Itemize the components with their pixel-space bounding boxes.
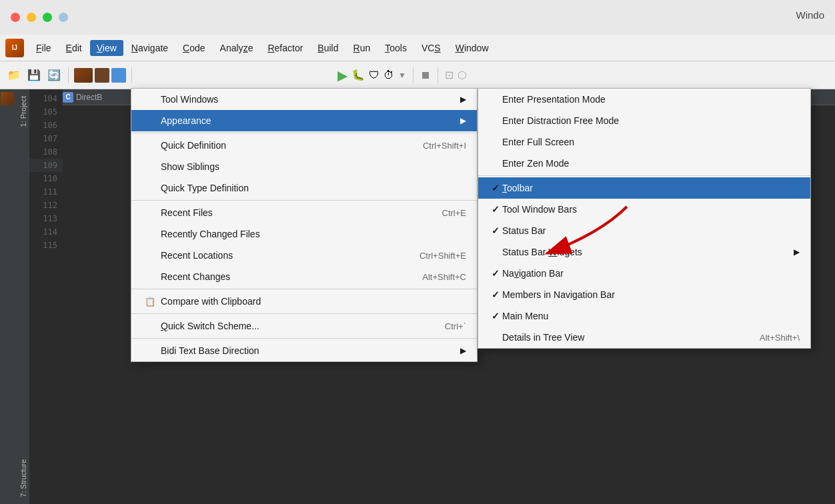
open-folder-icon[interactable]: 📁	[5, 67, 23, 84]
menu-edit[interactable]: Edit	[59, 40, 89, 56]
view-sep-1	[131, 133, 477, 133]
view-recently-changed[interactable]: Recently Changed Files	[131, 223, 477, 245]
extra-button[interactable]	[59, 13, 68, 22]
fullscreen-label: Enter Full Screen	[502, 137, 574, 147]
menu-navigate[interactable]: Navigate	[125, 40, 175, 56]
appearance-distraction[interactable]: Enter Distraction Free Mode	[478, 110, 810, 131]
line-110: 110	[29, 172, 63, 185]
menu-build[interactable]: Build	[311, 40, 345, 56]
zen-label: Enter Zen Mode	[502, 158, 569, 169]
recent-locations-label: Recent Locations	[161, 250, 233, 261]
debug-icon[interactable]: 🐛	[351, 69, 365, 81]
appearance-main-menu[interactable]: ✓ Main Menu	[478, 305, 810, 327]
view-tool-windows[interactable]: Tool Windows ▶	[131, 89, 477, 110]
view-show-siblings[interactable]: Show Siblings	[131, 156, 477, 177]
appearance-details-tree[interactable]: Details in Tree View Alt+Shift+\	[478, 327, 810, 348]
status-bar-check: ✓	[489, 225, 502, 236]
recent-files-shortcut: Ctrl+E	[442, 208, 466, 218]
toolbar-separator-4	[438, 67, 438, 83]
save-icon[interactable]: 💾	[25, 67, 43, 84]
swatch-blue	[111, 68, 126, 83]
compare-clipboard-label: Compare with Clipboard	[161, 296, 261, 307]
run-icon[interactable]: ▶	[337, 67, 347, 83]
line-113: 113	[29, 212, 63, 225]
menu-refactor[interactable]: Refactor	[261, 40, 309, 56]
menu-file[interactable]: File	[29, 40, 58, 56]
show-siblings-label: Show Siblings	[161, 161, 219, 172]
left-panel: 1: Project 7: Structure	[0, 89, 29, 504]
menu-tools[interactable]: Tools	[378, 40, 413, 56]
bidi-text-arrow: ▶	[460, 346, 466, 355]
stop-icon[interactable]: ⏹	[420, 69, 431, 81]
menu-window[interactable]: Window	[449, 40, 496, 56]
presentation-label: Enter Presentation Mode	[502, 94, 606, 105]
menu-vcs[interactable]: VCS	[415, 40, 448, 56]
minimize-button[interactable]	[27, 13, 36, 22]
view-bidi-text[interactable]: Bidi Text Base Direction ▶	[131, 340, 477, 361]
layout-icon[interactable]: ⊡	[445, 69, 454, 81]
maximize-button[interactable]	[43, 13, 52, 22]
view-appearance[interactable]: Appearance ▶	[131, 110, 477, 131]
appearance-tool-window-bars[interactable]: ✓ Tool Window Bars	[478, 199, 810, 220]
tool-window-bars-check: ✓	[489, 204, 502, 215]
view-quick-switch[interactable]: Quick Switch Scheme... Ctrl+`	[131, 315, 477, 337]
color-swatches	[74, 68, 126, 83]
appearance-zen[interactable]: Enter Zen Mode	[478, 153, 810, 174]
swatch-medium	[95, 68, 109, 83]
navigation-bar-label: Navigation Bar	[502, 268, 564, 279]
appearance-label: Appearance	[161, 115, 211, 126]
view-sep-5	[131, 338, 477, 339]
view-sep-3	[131, 289, 477, 289]
status-bar-label: Status Bar	[502, 225, 546, 236]
menu-analyze[interactable]: Analyze	[213, 40, 260, 56]
status-bar-widgets-arrow: ▶	[794, 247, 800, 257]
dropdown-icon[interactable]: ▼	[398, 71, 406, 80]
view-recent-locations[interactable]: Recent Locations Ctrl+Shift+E	[131, 245, 477, 266]
details-tree-label: Details in Tree View	[502, 332, 584, 343]
line-105: 105	[29, 105, 63, 119]
view-quick-definition[interactable]: Quick Definition Ctrl+Shift+I	[131, 135, 477, 156]
toolbar-separator-1	[68, 67, 69, 83]
project-tab[interactable]: 1: Project	[15, 92, 29, 131]
recent-changes-label: Recent Changes	[161, 271, 230, 282]
appearance-toolbar[interactable]: ✓ Toolbar	[478, 177, 810, 199]
status-bar-widgets-label: Status Bar Widgets	[502, 247, 582, 257]
view-recent-files[interactable]: Recent Files Ctrl+E	[131, 202, 477, 223]
main-menu-label: Main Menu	[502, 311, 548, 321]
view-compare-clipboard[interactable]: 📋 Compare with Clipboard	[131, 291, 477, 312]
close-button[interactable]	[11, 13, 20, 22]
cube-icon[interactable]: ⬡	[458, 69, 467, 81]
line-114: 114	[29, 225, 63, 239]
coverage-icon[interactable]: 🛡	[369, 69, 379, 81]
appearance-navigation-bar[interactable]: ✓ Navigation Bar	[478, 263, 810, 284]
navigation-bar-check: ✓	[489, 268, 502, 279]
appearance-status-bar-widgets[interactable]: Status Bar Widgets ▶	[478, 241, 810, 263]
appearance-members-nav[interactable]: ✓ Members in Navigation Bar	[478, 284, 810, 305]
view-recent-changes[interactable]: Recent Changes Alt+Shift+C	[131, 266, 477, 287]
appearance-fullscreen[interactable]: Enter Full Screen	[478, 131, 810, 153]
view-quick-type-def[interactable]: Quick Type Definition	[131, 177, 477, 199]
recently-changed-label: Recently Changed Files	[161, 229, 260, 239]
structure-tab[interactable]: 7: Structure	[15, 455, 29, 501]
appearance-status-bar[interactable]: ✓ Status Bar	[478, 220, 810, 241]
presentation-check	[489, 94, 502, 105]
fullscreen-check	[489, 137, 502, 147]
title-bar: Windo	[0, 0, 835, 35]
refresh-icon[interactable]: 🔄	[45, 67, 63, 84]
status-bar-widgets-check	[489, 247, 502, 257]
menu-view[interactable]: View	[90, 40, 123, 56]
menu-run[interactable]: Run	[347, 40, 377, 56]
tool-windows-arrow: ▶	[460, 95, 466, 104]
profile-icon[interactable]: ⏱	[383, 69, 394, 81]
appearance-arrow: ▶	[460, 116, 466, 125]
run-controls: ▶ 🐛 🛡 ⏱ ▼ ⏹ ⊡ ⬡	[337, 67, 467, 83]
menu-code[interactable]: Code	[176, 40, 211, 56]
appearance-presentation[interactable]: Enter Presentation Mode	[478, 89, 810, 110]
line-108: 108	[29, 145, 63, 159]
swatch-dark	[74, 68, 93, 83]
side-panel-tabs: 1: Project 7: Structure	[15, 89, 29, 504]
appearance-sep-1	[478, 175, 810, 176]
line-106: 106	[29, 119, 63, 132]
recent-files-label: Recent Files	[161, 207, 213, 218]
toolbar: 📁 💾 🔄 ▶ 🐛 🛡 ⏱ ▼ ⏹ ⊡ ⬡	[0, 61, 835, 89]
